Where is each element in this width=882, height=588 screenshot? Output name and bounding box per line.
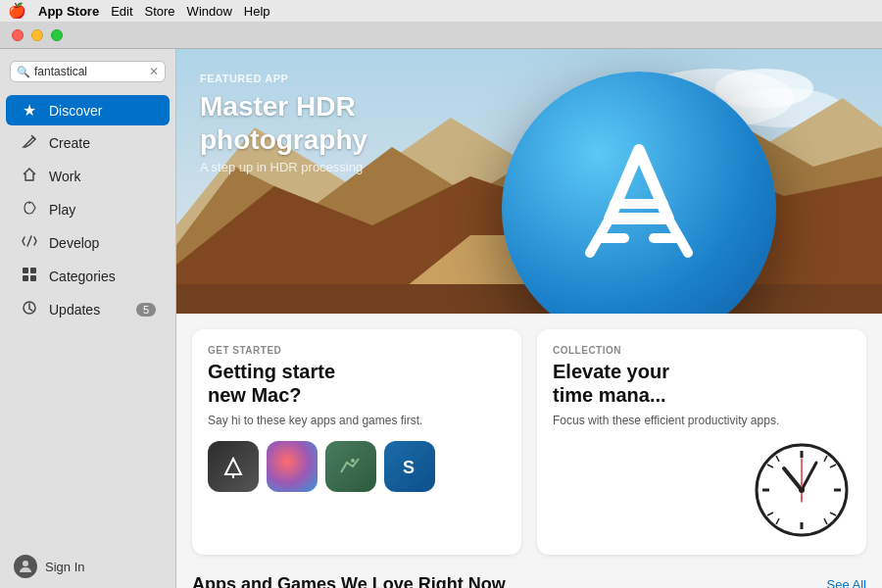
hero-banner[interactable]: FEATURED APP Master HDRphotography A ste… <box>176 49 882 314</box>
sidebar-item-label: Develop <box>49 235 99 251</box>
sign-in-button[interactable]: Sign In <box>0 545 175 588</box>
clear-search-button[interactable]: ✕ <box>149 66 159 77</box>
edit-menu[interactable]: Edit <box>111 4 132 19</box>
minimize-button[interactable] <box>31 29 43 41</box>
app-icon-scribd: S <box>384 441 435 492</box>
card-right-desc: Focus with these efficient productivity … <box>553 413 851 429</box>
card-getting-started[interactable]: GET STARTED Getting startenew Mac? Say h… <box>192 329 521 555</box>
card-left-desc: Say hi to these key apps and games first… <box>208 413 506 429</box>
sidebar-item-play[interactable]: Play <box>6 194 170 225</box>
store-menu[interactable]: Store <box>145 4 175 19</box>
svg-point-21 <box>351 459 355 463</box>
sidebar-item-label: Discover <box>49 103 102 119</box>
sidebar-item-work[interactable]: Work <box>6 161 170 192</box>
maximize-button[interactable] <box>51 29 63 41</box>
svg-rect-2 <box>30 268 36 273</box>
sidebar-item-categories[interactable]: Categories <box>6 261 170 292</box>
search-input[interactable] <box>34 65 145 78</box>
svg-rect-4 <box>30 275 36 281</box>
sidebar: 🔍 ✕ ★ Discover Create Work <box>0 49 176 588</box>
svg-rect-3 <box>23 275 28 281</box>
help-menu[interactable]: Help <box>244 4 270 19</box>
develop-icon <box>20 233 39 253</box>
discover-icon: ★ <box>20 101 39 120</box>
hero-title: Master HDRphotography <box>200 90 368 156</box>
hero-subtitle: A step up in HDR processing <box>200 160 368 174</box>
card-right-title: Elevate yourtime mana... <box>553 360 851 407</box>
card-right-label: COLLECTION <box>553 345 851 356</box>
card-time-management[interactable]: COLLECTION Elevate yourtime mana... Focu… <box>537 329 866 555</box>
menu-bar: 🍎 App Store Edit Store Window Help <box>0 0 882 22</box>
sidebar-item-updates[interactable]: Updates 5 <box>6 294 170 325</box>
create-icon <box>20 133 39 153</box>
updates-badge: 5 <box>136 303 156 317</box>
search-icon: 🔍 <box>17 66 30 78</box>
title-bar <box>0 22 882 49</box>
window-menu[interactable]: Window <box>187 4 232 19</box>
svg-text:S: S <box>403 458 415 477</box>
svg-marker-19 <box>225 459 241 474</box>
apple-menu[interactable]: 🍎 <box>8 2 26 20</box>
app-store-icon-overlay <box>502 72 776 314</box>
svg-point-6 <box>23 561 28 566</box>
apps-section-header: Apps and Games We Love Right Now See All <box>176 555 882 588</box>
hero-label: FEATURED APP <box>200 73 368 84</box>
sidebar-item-label: Work <box>49 169 80 184</box>
card-left-title: Getting startenew Mac? <box>208 360 506 407</box>
app-icon-green <box>325 441 376 492</box>
app-body: 🔍 ✕ ★ Discover Create Work <box>0 49 882 588</box>
svg-point-40 <box>799 487 805 493</box>
apps-section-title: Apps and Games We Love Right Now <box>192 574 506 588</box>
categories-icon <box>20 267 39 286</box>
app-store-circle <box>502 72 776 314</box>
sidebar-item-label: Play <box>49 202 75 218</box>
sign-in-label: Sign In <box>45 560 84 574</box>
sidebar-item-discover[interactable]: ★ Discover <box>6 95 170 125</box>
avatar-icon <box>14 555 37 578</box>
updates-icon <box>20 300 39 319</box>
sidebar-item-label: Updates <box>49 302 100 318</box>
card-left-label: GET STARTED <box>208 345 506 356</box>
app-icon-arrow <box>208 441 259 492</box>
sidebar-item-label: Categories <box>49 269 116 284</box>
sidebar-item-label: Create <box>49 135 90 151</box>
hero-text-overlay: FEATURED APP Master HDRphotography A ste… <box>200 73 368 174</box>
sidebar-item-create[interactable]: Create <box>6 127 170 159</box>
main-content: FEATURED APP Master HDRphotography A ste… <box>176 49 882 588</box>
see-all-link[interactable]: See All <box>827 577 866 588</box>
svg-rect-1 <box>23 268 28 273</box>
search-bar[interactable]: 🔍 ✕ <box>10 61 166 82</box>
main-window: 🔍 ✕ ★ Discover Create Work <box>0 22 882 588</box>
clock-container <box>553 441 851 539</box>
close-button[interactable] <box>12 29 24 41</box>
sidebar-item-develop[interactable]: Develop <box>6 227 170 259</box>
play-icon <box>20 200 39 220</box>
svg-point-0 <box>28 202 30 204</box>
app-icon-marble <box>267 441 318 492</box>
cards-row: GET STARTED Getting startenew Mac? Say h… <box>176 314 882 555</box>
clock-face <box>753 441 851 539</box>
app-store-menu[interactable]: App Store <box>38 4 99 19</box>
card-left-icons: S <box>208 441 506 492</box>
work-icon <box>20 167 39 186</box>
